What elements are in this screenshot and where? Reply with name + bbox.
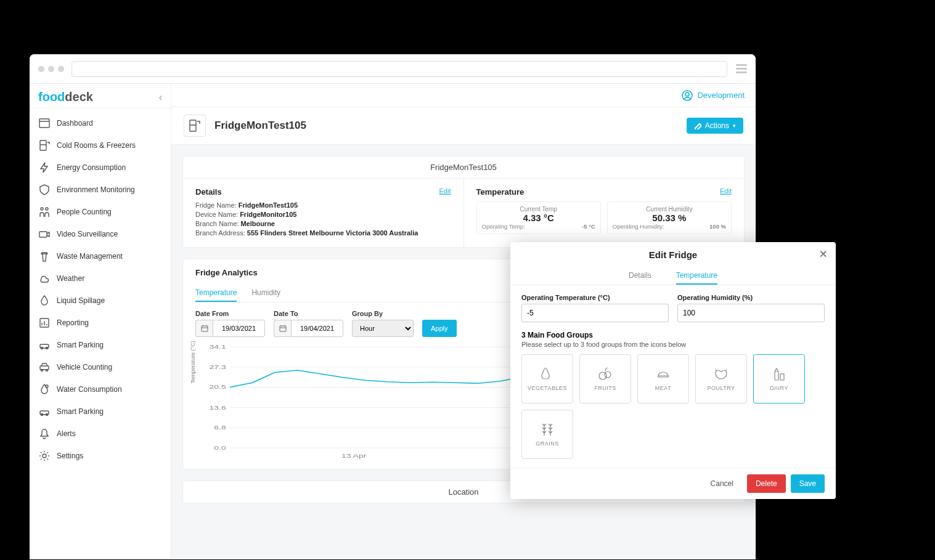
date-to-input[interactable] <box>291 320 343 337</box>
current-temp-metric: Current Temp 4.33 °C Operating Temp:-5 °… <box>476 201 601 234</box>
food-groups-grid: VEGETABLESFRUITSMEATPOULTRYDAIRYGRAINS <box>521 354 825 459</box>
fridge-page-icon <box>184 115 206 137</box>
svg-text:34.1: 34.1 <box>210 344 226 350</box>
vehicle-icon <box>38 361 51 373</box>
svg-point-16 <box>43 454 46 458</box>
sidebar-item-vehicle[interactable]: Vehicle Counting <box>30 356 171 378</box>
sidebar-item-smart-parking[interactable]: Smart Parking <box>30 334 171 356</box>
collapse-sidebar-icon[interactable]: ‹ <box>159 92 162 103</box>
svg-rect-0 <box>39 119 49 128</box>
sidebar-item-water[interactable]: Water Consumption <box>30 378 171 400</box>
username[interactable]: Development <box>697 91 745 100</box>
cancel-button[interactable]: Cancel <box>702 474 742 493</box>
energy-icon <box>38 161 51 174</box>
svg-point-2 <box>41 208 43 210</box>
sidebar-item-energy[interactable]: Energy Consumption <box>30 156 171 179</box>
address-bar[interactable] <box>71 61 727 77</box>
hamburger-menu-icon[interactable] <box>736 64 747 73</box>
details-card: FridgeMonTest105 Details Edit Fridge Nam… <box>182 156 745 248</box>
trash-icon <box>38 250 51 262</box>
sidebar-item-reporting[interactable]: Reporting <box>30 312 171 334</box>
dairy-icon <box>771 367 787 383</box>
sidebar-item-waste[interactable]: Waste Management <box>30 245 171 267</box>
sidebar-header: fooddeck ‹ <box>30 84 171 108</box>
parking-icon <box>38 405 51 418</box>
topbar: Development <box>171 84 756 107</box>
svg-rect-21 <box>280 326 286 331</box>
food-groups-title: 3 Main Food Groups <box>521 331 825 339</box>
sidebar-item-smart-parking-2[interactable]: Smart Parking <box>30 400 171 423</box>
people-icon <box>38 206 51 218</box>
camera-icon <box>38 228 51 240</box>
edit-fridge-modal: Edit Fridge ✕ Details Temperature Operat… <box>510 242 836 499</box>
modal-tab-temperature[interactable]: Temperature <box>676 267 717 285</box>
svg-point-3 <box>46 208 48 210</box>
temperature-title: Temperature <box>476 187 732 197</box>
meat-icon <box>655 367 671 383</box>
sidebar-item-environment[interactable]: Environment Monitoring <box>30 179 171 201</box>
calendar-icon[interactable] <box>274 320 291 337</box>
operating-temp-input[interactable] <box>521 304 669 322</box>
modal-header: Edit Fridge ✕ <box>510 242 836 267</box>
save-button[interactable]: Save <box>791 474 825 493</box>
modal-tab-details[interactable]: Details <box>629 267 651 285</box>
sidebar-item-alerts[interactable]: Alerts <box>30 423 171 445</box>
edit-details-link[interactable]: Edit <box>439 187 451 195</box>
food-group-fruits[interactable]: FRUITS <box>579 354 631 404</box>
report-icon <box>38 317 51 329</box>
operating-humidity-input[interactable] <box>677 304 825 322</box>
brand-logo: fooddeck <box>38 90 93 104</box>
sidebar-item-people[interactable]: People Counting <box>30 201 171 223</box>
sidebar-item-weather[interactable]: Weather <box>30 267 171 290</box>
sidebar-item-cold-rooms[interactable]: Cold Rooms & Freezers <box>30 134 171 156</box>
modal-footer: Cancel Delete Save <box>510 468 836 499</box>
food-groups-subtitle: Please select up to 3 food groups from t… <box>521 341 825 348</box>
tab-humidity[interactable]: Humidity <box>251 285 280 302</box>
user-avatar-icon[interactable] <box>681 89 693 102</box>
gear-icon <box>38 450 51 462</box>
edit-icon <box>694 122 701 129</box>
page-header: FridgeMonTest105 Actions ▾ <box>171 107 756 145</box>
chevron-down-icon: ▾ <box>733 123 736 129</box>
svg-point-36 <box>599 372 606 379</box>
svg-text:0.0: 0.0 <box>214 445 226 451</box>
sidebar: fooddeck ‹ Dashboard Cold Rooms & Freeze… <box>30 84 171 559</box>
food-group-grains[interactable]: GRAINS <box>521 410 573 459</box>
sidebar-item-video[interactable]: Video Surveillance <box>30 223 171 245</box>
food-group-vegetables[interactable]: VEGETABLES <box>521 354 573 404</box>
svg-text:20.5: 20.5 <box>210 384 227 390</box>
close-icon[interactable]: ✕ <box>819 248 827 260</box>
droplet-icon <box>38 294 51 307</box>
tab-temperature[interactable]: Temperature <box>195 285 237 302</box>
svg-text:13.6: 13.6 <box>210 404 227 410</box>
svg-text:13 Apr: 13 Apr <box>341 453 367 459</box>
window-controls[interactable] <box>38 66 64 72</box>
sidebar-item-settings[interactable]: Settings <box>30 445 171 467</box>
sidebar-item-dashboard[interactable]: Dashboard <box>30 112 171 134</box>
food-group-meat[interactable]: MEAT <box>637 354 689 404</box>
water-icon <box>38 383 51 396</box>
svg-rect-19 <box>190 120 196 131</box>
poultry-icon <box>713 367 729 383</box>
date-from-input[interactable] <box>213 320 265 337</box>
vegetables-icon <box>539 367 555 383</box>
svg-point-18 <box>685 92 689 96</box>
delete-button[interactable]: Delete <box>747 474 786 493</box>
current-humidity-metric: Current Humidity 50.33 % Operating Humid… <box>607 201 732 234</box>
food-group-poultry[interactable]: POULTRY <box>695 354 747 404</box>
page-title: FridgeMonTest105 <box>214 120 306 132</box>
edit-temperature-link[interactable]: Edit <box>720 187 732 195</box>
details-column: Details Edit Fridge Name: FridgeMonTest1… <box>183 179 463 247</box>
sidebar-item-liquid[interactable]: Liquid Spillage <box>30 290 171 312</box>
apply-button[interactable]: Apply <box>422 320 457 337</box>
svg-rect-4 <box>39 232 47 237</box>
calendar-icon[interactable] <box>195 320 213 337</box>
food-group-dairy[interactable]: DAIRY <box>753 354 805 404</box>
svg-rect-39 <box>780 374 784 380</box>
actions-button[interactable]: Actions ▾ <box>687 118 743 134</box>
group-by-select[interactable]: Hour <box>352 320 414 337</box>
svg-text:27.3: 27.3 <box>210 363 227 370</box>
svg-rect-1 <box>40 140 46 150</box>
svg-rect-38 <box>775 371 778 380</box>
fridge-icon <box>38 139 51 152</box>
